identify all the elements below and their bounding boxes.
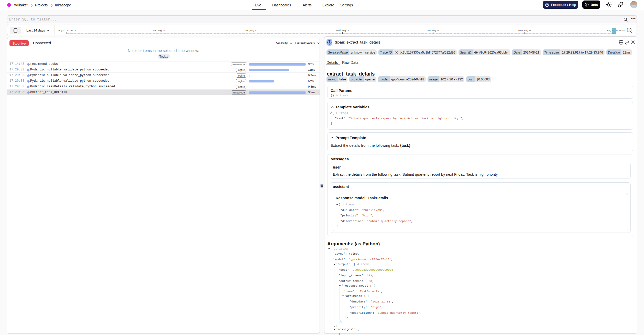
svg-text:?: ? — [546, 4, 548, 6]
